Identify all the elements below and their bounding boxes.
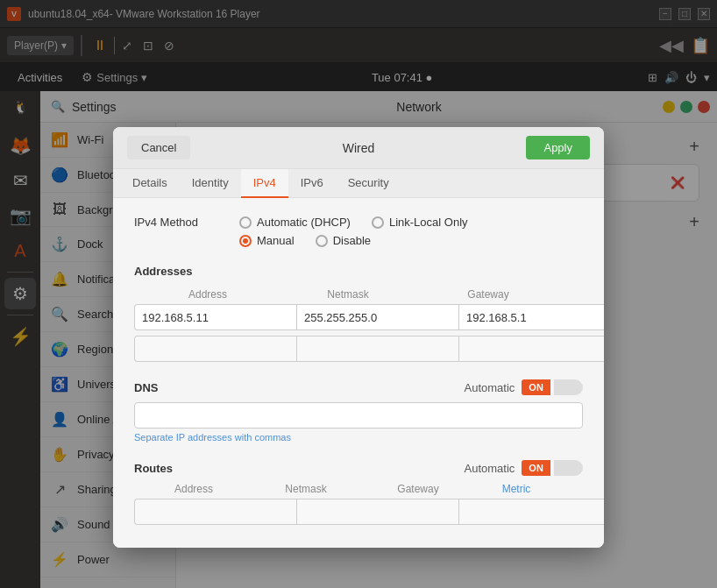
routes-toggle-on-label: ON	[522, 460, 550, 476]
tab-identity-label: Identity	[192, 176, 229, 189]
gateway-2-input[interactable]	[458, 336, 604, 362]
radio-manual-circle	[239, 235, 252, 247]
dns-title: DNS	[134, 381, 465, 394]
address-row-2: ✕	[134, 336, 583, 362]
routes-section: Routes Automatic ON Address Netmask Gate…	[134, 460, 583, 525]
routes-col-metric: Metric	[474, 483, 558, 495]
routes-col-netmask: Netmask	[250, 483, 362, 495]
dns-header: DNS Automatic ON	[134, 379, 583, 395]
method-label: IPv4 Method	[134, 216, 239, 229]
method-manual-label: Manual	[257, 234, 295, 247]
method-disable-label: Disable	[333, 234, 371, 247]
dns-hint-text: Separate IP addresses with	[134, 432, 254, 443]
radio-options-row2: Manual Disable	[239, 234, 583, 247]
col-header-netmask: Netmask	[278, 288, 418, 301]
wired-dialog: Cancel Wired Apply Details Identity IPv4…	[113, 127, 604, 548]
gateway-1-input[interactable]	[458, 304, 604, 330]
address-1-input[interactable]	[134, 304, 296, 330]
tab-ipv6-label: IPv6	[301, 176, 323, 189]
dns-toggle[interactable]: ON	[522, 379, 583, 395]
col-header-address: Address	[138, 288, 278, 301]
routes-title: Routes	[134, 462, 465, 475]
routes-row-1: ✕	[134, 499, 583, 525]
routes-header: Routes Automatic ON	[134, 460, 583, 476]
apply-button[interactable]: Apply	[526, 136, 590, 159]
netmask-1-input[interactable]	[296, 304, 458, 330]
radio-options-row1: Automatic (DHCP) Link-Local Only	[239, 216, 583, 229]
col-header-action	[558, 288, 579, 301]
routes-gateway-input[interactable]	[458, 499, 604, 525]
method-linklocal-label: Link-Local Only	[389, 216, 468, 229]
tab-security[interactable]: Security	[336, 169, 401, 198]
dns-section: DNS Automatic ON Separate IP addresses w…	[134, 379, 583, 443]
col-headers: Address Netmask Gateway	[134, 288, 583, 301]
radio-automatic-circle	[239, 216, 252, 229]
tab-ipv6[interactable]: IPv6	[288, 169, 336, 198]
main-area: 🦊 ✉ 📷 A ⚙ ⚡ 📶 Wi-Fi 🔵 Bluetooth 🖼 Backgr…	[0, 123, 717, 588]
address-2-input[interactable]	[134, 336, 296, 362]
tab-ipv4-label: IPv4	[253, 176, 276, 189]
dialog-overlay: Cancel Wired Apply Details Identity IPv4…	[0, 0, 717, 588]
routes-address-input[interactable]	[134, 499, 296, 525]
routes-col-address: Address	[138, 483, 250, 495]
dialog-tabs: Details Identity IPv4 IPv6 Security	[113, 169, 604, 198]
dialog-body: IPv4 Method Automatic (DHCP) Link-Local …	[113, 198, 604, 548]
addresses-title: Addresses	[134, 265, 583, 278]
routes-col-headers: Address Netmask Gateway Metric	[134, 483, 583, 495]
tab-ipv4[interactable]: IPv4	[241, 169, 288, 198]
dialog-title: Wired	[197, 141, 519, 155]
method-linklocal[interactable]: Link-Local Only	[372, 216, 468, 229]
method-automatic-label: Automatic (DHCP)	[257, 216, 351, 229]
method-options: Automatic (DHCP) Link-Local Only Manual	[239, 216, 583, 247]
method-automatic[interactable]: Automatic (DHCP)	[239, 216, 351, 229]
tab-security-label: Security	[348, 176, 389, 189]
method-manual[interactable]: Manual	[239, 234, 295, 247]
dns-input[interactable]	[134, 402, 583, 429]
tab-identity[interactable]: Identity	[180, 169, 241, 198]
routes-netmask-input[interactable]	[296, 499, 458, 525]
dns-hint-link: commas	[254, 432, 291, 443]
dns-hint: Separate IP addresses with commas	[134, 432, 583, 443]
radio-disable-circle	[316, 235, 328, 247]
dns-auto-label: Automatic	[465, 381, 515, 394]
cancel-button[interactable]: Cancel	[127, 136, 190, 159]
routes-col-action	[558, 483, 579, 495]
routes-toggle-off-area	[554, 460, 583, 476]
radio-linklocal-circle	[372, 216, 384, 229]
routes-toggle[interactable]: ON	[522, 460, 583, 476]
tab-details-label: Details	[132, 176, 167, 189]
col-header-gateway: Gateway	[418, 288, 558, 301]
method-section: IPv4 Method Automatic (DHCP) Link-Local …	[134, 216, 583, 247]
netmask-2-input[interactable]	[296, 336, 458, 362]
addresses-section: Addresses Address Netmask Gateway ✕	[134, 265, 583, 362]
routes-auto-label: Automatic	[465, 462, 515, 475]
toggle-off-area	[554, 379, 583, 395]
routes-col-gateway: Gateway	[362, 483, 474, 495]
method-disable[interactable]: Disable	[316, 234, 371, 247]
dialog-header: Cancel Wired Apply	[113, 127, 604, 169]
address-row-1: ✕	[134, 304, 583, 330]
tab-details[interactable]: Details	[120, 169, 180, 198]
toggle-on-label: ON	[522, 379, 550, 395]
